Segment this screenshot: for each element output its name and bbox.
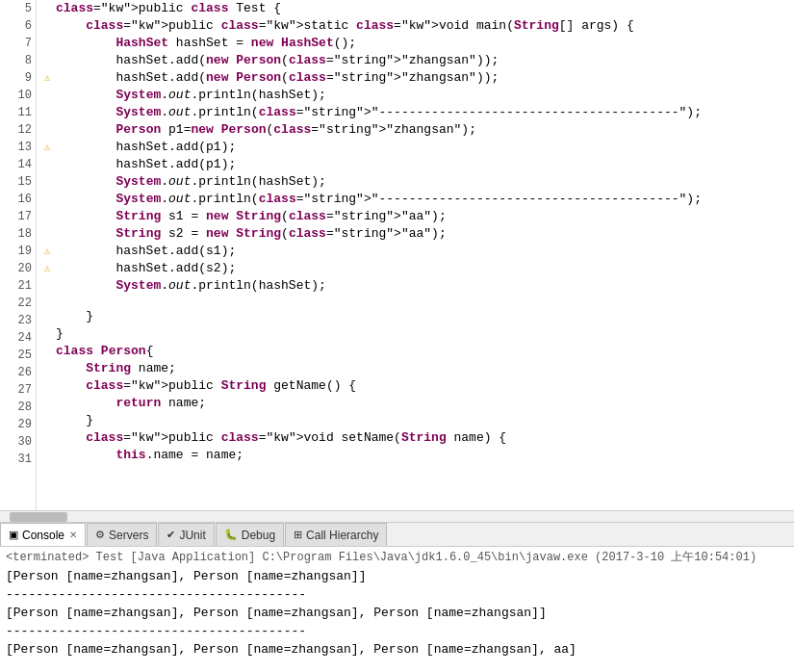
line-number: 31: [4, 451, 32, 468]
gutter-spacer: [40, 345, 54, 358]
tab-close-console[interactable]: ✕: [69, 530, 77, 540]
gutter-spacer: [40, 54, 54, 67]
code-line: class="kw">public class="kw">static clas…: [40, 17, 794, 35]
line-number: 27: [4, 381, 32, 399]
gutter-spacer: [40, 19, 54, 33]
code-line: System.out.println(hashSet);: [40, 277, 794, 295]
tab-console[interactable]: ▣Console✕: [0, 523, 86, 546]
line-number: 10: [4, 87, 32, 104]
code-text: this.name = name;: [56, 447, 243, 464]
line-number: 9: [4, 69, 32, 87]
code-line: this.name = name;: [40, 447, 794, 464]
line-number: 30: [4, 433, 32, 451]
horizontal-scrollbar[interactable]: [0, 510, 794, 522]
console-output-line: ----------------------------------------: [6, 585, 788, 604]
gutter-spacer: [40, 106, 54, 119]
code-text: }: [56, 325, 64, 343]
gutter-spacer: [40, 193, 54, 206]
console-output-line: [Person [name=zhangsan], Person [name=zh…: [6, 604, 788, 622]
line-number: 23: [4, 312, 32, 329]
gutter-spacer: [40, 227, 54, 241]
code-line: class Person{: [40, 343, 794, 360]
scroll-thumb[interactable]: [10, 512, 67, 522]
gutter-spacer: [40, 279, 54, 293]
gutter-spacer: [40, 210, 54, 223]
tab-debug[interactable]: 🐛Debug: [216, 523, 284, 546]
line-number: 13: [4, 139, 32, 156]
code-text: hashSet.add(s2);: [56, 260, 236, 277]
gutter-spacer: [40, 397, 54, 410]
code-text: }: [56, 308, 93, 325]
line-number: 26: [4, 364, 32, 381]
console-output-line: ----------------------------------------: [6, 622, 788, 640]
line-number: 17: [4, 208, 32, 225]
console-output-line: [Person [name=zhangsan], Person [name=zh…: [6, 567, 788, 585]
code-text: hashSet.add(new Person(class="string">"z…: [56, 52, 499, 69]
code-text: System.out.println(class="string">"-----…: [56, 104, 702, 121]
code-text: System.out.println(hashSet);: [56, 173, 326, 191]
tab-servers[interactable]: ⚙Servers: [87, 523, 157, 546]
gutter-spacer: [40, 379, 54, 393]
code-text: class="kw">public class="kw">void setNam…: [56, 429, 506, 447]
line-number: 14: [4, 156, 32, 173]
code-text: String s1 = new String(class="string">"a…: [56, 208, 447, 225]
tab-label-debug: Debug: [242, 529, 275, 542]
code-text: HashSet hashSet = new HashSet();: [56, 35, 356, 52]
line-number: 7: [4, 35, 32, 52]
code-line: ⚠ hashSet.add(s1);: [40, 243, 794, 260]
code-line: ⚠ hashSet.add(s2);: [40, 260, 794, 277]
line-number: 19: [4, 243, 32, 260]
code-line: System.out.println(hashSet);: [40, 173, 794, 191]
console-output: <terminated> Test [Java Application] C:\…: [0, 547, 794, 670]
tab-callhierarchy[interactable]: ⊞Call Hierarchy: [285, 523, 387, 546]
code-line: [40, 295, 794, 308]
code-content[interactable]: class="kw">public class Test { class="kw…: [37, 0, 794, 510]
tab-label-callhierarchy: Call Hierarchy: [306, 529, 378, 542]
gutter-spacer: [40, 310, 54, 323]
code-line: System.out.println(hashSet);: [40, 87, 794, 104]
gutter-spacer: [40, 362, 54, 375]
gutter-spacer: [40, 295, 54, 308]
console-output-line: [Person [name=zhangsan], Person [name=zh…: [6, 640, 788, 659]
line-number: 24: [4, 329, 32, 347]
gutter-spacer: [40, 327, 54, 341]
code-text: class="kw">public class Test {: [56, 0, 281, 17]
line-number: 5: [4, 0, 32, 17]
tab-icon-callhierarchy: ⊞: [294, 529, 302, 541]
code-text: }: [56, 412, 93, 429]
tabs-bar[interactable]: ▣Console✕⚙Servers✔JUnit🐛Debug⊞Call Hiera…: [0, 522, 794, 547]
tab-icon-console: ▣: [9, 529, 18, 541]
code-line: String s2 = new String(class="string">"a…: [40, 225, 794, 243]
code-text: class="kw">public class="kw">static clas…: [56, 17, 634, 35]
warning-icon: ⚠: [40, 245, 54, 258]
code-line: class="kw">public class="kw">void setNam…: [40, 429, 794, 447]
line-number: 22: [4, 295, 32, 312]
tab-label-console: Console: [22, 529, 64, 542]
tab-label-junit: JUnit: [179, 529, 205, 542]
tab-icon-servers: ⚙: [95, 529, 105, 541]
line-number: 25: [4, 347, 32, 364]
gutter-spacer: [40, 414, 54, 427]
code-line: System.out.println(class="string">"-----…: [40, 104, 794, 121]
line-number: 16: [4, 191, 32, 208]
tab-icon-debug: 🐛: [224, 529, 238, 541]
line-number: 11: [4, 104, 32, 121]
code-text: hashSet.add(p1);: [56, 156, 236, 173]
tab-junit[interactable]: ✔JUnit: [158, 523, 214, 546]
line-number: 6: [4, 17, 32, 35]
tab-label-servers: Servers: [109, 529, 148, 542]
code-text: System.out.println(class="string">"-----…: [56, 191, 702, 208]
code-line: }: [40, 308, 794, 325]
warning-icon: ⚠: [40, 262, 54, 275]
code-line: String s1 = new String(class="string">"a…: [40, 208, 794, 225]
code-text: class Person{: [56, 343, 153, 360]
code-line: Person p1=new Person(class="string">"zha…: [40, 121, 794, 139]
code-text: return name;: [56, 395, 206, 412]
code-text: Person p1=new Person(class="string">"zha…: [56, 121, 476, 139]
line-number: 28: [4, 399, 32, 416]
code-editor[interactable]: 5678910111213141516171819202122232425262…: [0, 0, 794, 510]
line-number: 15: [4, 173, 32, 191]
gutter-spacer: [40, 431, 54, 445]
code-line: String name;: [40, 360, 794, 377]
code-text: System.out.println(hashSet);: [56, 87, 326, 104]
